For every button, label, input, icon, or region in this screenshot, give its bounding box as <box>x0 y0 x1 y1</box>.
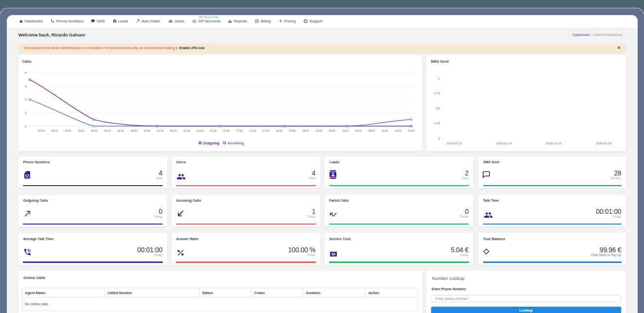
svg-text:06:00: 06:00 <box>170 129 177 132</box>
svg-text:2025-01-14: 2025-01-14 <box>496 141 512 145</box>
svg-text:22:00: 22:00 <box>276 129 282 132</box>
svg-text:18:00: 18:00 <box>329 129 335 132</box>
svg-text:04:00: 04:00 <box>38 129 45 132</box>
svg-text:11:00: 11:00 <box>183 129 190 132</box>
svg-text:10:00: 10:00 <box>117 129 124 132</box>
svg-text:14:00: 14:00 <box>382 129 388 132</box>
svg-text:00:00: 00:00 <box>90 129 97 132</box>
svg-text:05:00: 05:00 <box>104 129 111 132</box>
svg-text:4: 4 <box>25 98 27 101</box>
svg-text:2: 2 <box>25 111 27 114</box>
svg-text:17:00: 17:00 <box>262 129 269 132</box>
svg-text:Incoming: Incoming <box>227 141 244 145</box>
svg-text:01:00: 01:00 <box>157 129 163 132</box>
svg-text:23:00: 23:00 <box>342 129 348 132</box>
svg-text:0.75: 0.75 <box>434 92 440 95</box>
svg-text:16:00: 16:00 <box>196 129 203 132</box>
svg-text:12:00: 12:00 <box>249 129 256 132</box>
svg-text:07:00: 07:00 <box>236 129 243 132</box>
svg-text:19:00: 19:00 <box>77 129 84 132</box>
svg-text:0: 0 <box>438 137 440 140</box>
svg-text:09:00: 09:00 <box>51 129 58 132</box>
svg-text:00:00: 00:00 <box>408 129 415 132</box>
svg-text:8: 8 <box>25 71 27 74</box>
svg-text:Calls: Calls <box>22 59 32 64</box>
svg-text:13:00: 13:00 <box>315 129 322 132</box>
svg-text:03:00: 03:00 <box>289 129 296 132</box>
svg-text:04:00: 04:00 <box>355 129 362 132</box>
svg-text:09:00: 09:00 <box>368 129 375 132</box>
svg-text:Outgoing: Outgoing <box>203 141 219 145</box>
svg-text:02:00: 02:00 <box>223 129 229 132</box>
svg-text:21:00: 21:00 <box>209 129 216 132</box>
svg-text:0.25: 0.25 <box>434 122 440 125</box>
svg-text:1: 1 <box>438 77 440 80</box>
svg-text:08:00: 08:00 <box>302 129 309 132</box>
svg-text:SMS Sent: SMS Sent <box>431 59 449 64</box>
svg-text:2025-01-16: 2025-01-16 <box>546 141 561 145</box>
svg-text:2025-01-12: 2025-01-12 <box>447 141 462 145</box>
svg-text:19:00: 19:00 <box>395 129 401 132</box>
svg-text:15:00: 15:00 <box>130 129 137 132</box>
svg-text:20:00: 20:00 <box>143 129 150 132</box>
svg-text:14:00: 14:00 <box>64 129 71 132</box>
svg-text:0: 0 <box>25 125 27 128</box>
svg-text:6: 6 <box>25 85 27 88</box>
svg-text:2025-01-18: 2025-01-18 <box>596 141 611 145</box>
svg-text:€: € <box>279 19 282 23</box>
svg-text:0.5: 0.5 <box>436 107 440 110</box>
